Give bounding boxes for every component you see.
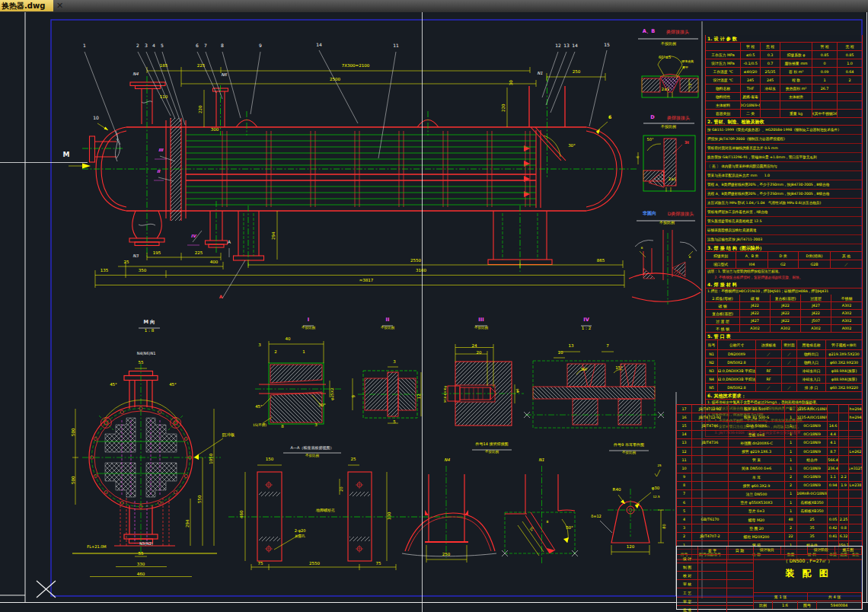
canvas-label: IV xyxy=(583,317,589,323)
table-cell: 12 xyxy=(677,448,692,455)
spec-line: 水压试验压力 MPa 卧试 1.04／1.04 气密性试验 MPa 0.6(水压… xyxy=(706,199,862,208)
table-cell xyxy=(839,405,849,413)
table-cell xyxy=(698,563,727,571)
canvas-label: 2±1 xyxy=(669,177,677,181)
table-row: 工 艺 xyxy=(677,588,753,597)
table-cell: 1 xyxy=(785,413,797,421)
canvas-label: N6 xyxy=(221,73,227,78)
spec-line: 碳钢表面除锈后涂铁红底漆两道 xyxy=(706,226,862,235)
canvas-label: M xyxy=(63,151,70,158)
table-cell: 0.05 xyxy=(828,515,839,523)
table-cell xyxy=(727,555,752,563)
table-cell: A302 xyxy=(831,310,862,317)
table-cell: 复合板(基层) xyxy=(706,310,740,317)
spec-line: 说明：1. 管法兰与接管的组焊按相应法兰标准。 xyxy=(706,269,862,275)
table-cell: N1 xyxy=(706,350,718,358)
table-row: 容器类别二 类重量 kg1140(其中不锈钢365kg) xyxy=(706,110,862,118)
canvas-label: 7 xyxy=(606,344,609,349)
canvas-label: 14 xyxy=(316,43,322,47)
canvas-label: φ30 xyxy=(652,486,660,491)
canvas-label: 3t xyxy=(685,141,689,145)
table-cell: 审 核 xyxy=(677,580,698,588)
detail-n1-hillside xyxy=(502,466,578,563)
table-cell xyxy=(838,93,862,100)
table-cell xyxy=(692,464,729,472)
canvas-label: 不按比例 xyxy=(305,454,319,458)
canvas-label: 225 xyxy=(197,64,206,69)
canvas-label: 11 xyxy=(393,43,399,48)
table-row: N5DN50X2.8／／排 净 口φ60.3X2.9X220 xyxy=(706,384,862,392)
table-cell xyxy=(849,456,862,464)
table-cell: ／ xyxy=(756,384,782,391)
table-row: 6垫片 φ550X530X31石棉板XB350 xyxy=(677,499,862,507)
project-value xyxy=(781,547,809,554)
canvas-label: 460 xyxy=(240,511,244,519)
canvas-label: A、B xyxy=(643,29,656,34)
table-cell xyxy=(727,580,752,588)
detail-2 xyxy=(353,367,423,423)
table-cell: 25/35 xyxy=(761,68,780,75)
table-row: 签 字日 期 xyxy=(677,547,753,555)
table-cell: 石棉板XB350 xyxy=(797,499,828,506)
canvas-label: 40 xyxy=(286,337,291,342)
canvas-label: 220 xyxy=(502,104,506,113)
table-cell: ／ xyxy=(756,359,782,366)
canvas-label: 3 xyxy=(314,423,318,428)
table-cell: 7 xyxy=(677,490,692,498)
table-cell: G2B xyxy=(799,260,831,268)
table-cell: 0Cr18Ni9 xyxy=(797,464,828,472)
scale-label: 比例 xyxy=(754,601,773,609)
break-lines xyxy=(115,101,155,225)
close-icon[interactable]: ✕ xyxy=(56,0,63,11)
canvas-label: 焊缝余高 xyxy=(681,60,694,63)
crosshair[interactable] xyxy=(0,12,423,612)
table-cell xyxy=(780,101,812,109)
signature-table: 签 字日 期设 计制 图校 对审 核工 艺审 定批 准 xyxy=(677,547,754,609)
table-cell xyxy=(698,555,727,563)
table-row: 过 渡 层J427J422J507A302 xyxy=(706,317,862,325)
table-cell xyxy=(692,499,729,506)
table-cell: 0.09 xyxy=(812,68,838,75)
canvas-label: 6 xyxy=(689,256,691,259)
canvas-label: 3 xyxy=(145,43,148,48)
spec-line: 按 GB151-1999《管壳式换热器》、HG20584-1998《钢制化工容器… xyxy=(706,126,862,135)
table-cell: 不锈钢 xyxy=(831,295,862,301)
drawing-canvas[interactable]: 123456789141112131415106MAAN4N6N1N3IIIII… xyxy=(0,12,868,612)
table-cell xyxy=(727,588,752,596)
table-cell: 筒体 DN500 δ=6 xyxy=(729,464,785,472)
table-cell: JB/T4736 xyxy=(692,439,729,447)
canvas-label: 550 xyxy=(198,496,203,504)
file-tab[interactable]: 换热器.dwg xyxy=(0,0,53,11)
table-cell: 工作压力 MPa xyxy=(706,51,741,59)
table-cell: 0Cr18Ni9 xyxy=(797,482,828,489)
table-cell: 35 xyxy=(797,524,828,532)
canvas-label: N4(N6)N1 xyxy=(137,352,156,355)
table-cell: A、B 类 xyxy=(736,252,768,260)
scale-row: 比例 1:6 图号 5940084 xyxy=(754,601,862,609)
table-cell: 0Cr18Ni9 xyxy=(797,439,828,447)
canvas-label: 8 xyxy=(547,521,549,524)
table-cell xyxy=(698,598,727,605)
canvas-label: 865 xyxy=(597,259,605,263)
table-cell: 2 xyxy=(785,473,797,481)
table-cell: 鞍座 B1 500-S xyxy=(729,413,785,421)
table-row: 设 计 xyxy=(677,555,753,563)
table-cell: 1 xyxy=(785,456,797,464)
canvas-label: 75 xyxy=(376,562,381,566)
table-cell xyxy=(838,110,862,117)
canvas-label: 45° xyxy=(169,383,177,387)
project-label: 设计项目 xyxy=(754,547,781,554)
canvas-label: 8 xyxy=(281,425,284,429)
table-cell xyxy=(839,464,849,472)
table-cell: 2.25 xyxy=(839,515,849,523)
canvas-label: II xyxy=(157,170,160,174)
table-cell xyxy=(849,422,862,429)
table-cell: 校 对 xyxy=(677,572,698,579)
canvas-label: 1.5 xyxy=(689,84,692,88)
table-cell: 石棉板XB350 xyxy=(797,507,828,515)
table-cell: Q235-A/0Cr18Ni9 xyxy=(797,405,828,413)
table-cell: 腐蚀裕量 mm xyxy=(780,59,812,67)
canvas-label: 135 xyxy=(101,269,109,273)
table-cell xyxy=(782,375,797,383)
table-cell: 0.8 xyxy=(839,524,849,532)
